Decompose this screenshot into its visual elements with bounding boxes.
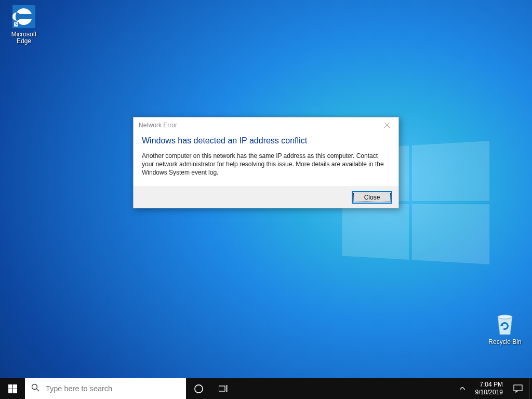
- cortana-icon: [194, 384, 204, 394]
- chevron-up-icon: [460, 387, 465, 390]
- task-view-icon: [219, 385, 228, 392]
- task-view-button[interactable]: [211, 378, 236, 399]
- tray-expand-button[interactable]: [454, 378, 471, 399]
- svg-point-9: [32, 384, 37, 390]
- search-icon: [31, 383, 39, 394]
- cortana-button[interactable]: [186, 378, 211, 399]
- desktop-icon-label: Microsoft Edge: [4, 31, 44, 45]
- notification-icon: [513, 384, 523, 393]
- taskbar-search[interactable]: Type here to search: [25, 378, 186, 399]
- dialog-body: Windows has detected an IP address confl…: [134, 133, 398, 187]
- dialog-titlebar[interactable]: Network Error: [134, 117, 398, 133]
- search-placeholder: Type here to search: [46, 384, 112, 393]
- svg-line-10: [37, 389, 39, 392]
- svg-rect-12: [219, 386, 225, 391]
- action-center-button[interactable]: [507, 378, 529, 399]
- dialog-heading: Windows has detected an IP address confl…: [142, 136, 390, 145]
- svg-rect-6: [13, 384, 17, 389]
- taskbar-clock[interactable]: 7:04 PM 9/10/2019: [471, 378, 507, 399]
- windows-logo-icon: [8, 384, 17, 393]
- clock-date: 9/10/2019: [475, 389, 503, 396]
- start-button[interactable]: [0, 378, 25, 399]
- recycle-bin-icon: [493, 312, 517, 337]
- close-button[interactable]: Close: [352, 191, 392, 204]
- desktop-icon-edge[interactable]: Microsoft Edge: [4, 4, 44, 45]
- svg-rect-15: [514, 385, 522, 391]
- svg-rect-7: [8, 389, 12, 393]
- svg-point-11: [194, 384, 202, 392]
- close-icon[interactable]: [375, 117, 398, 133]
- taskbar: Type here to search 7:04 PM 9/10/2019: [0, 378, 532, 399]
- dialog-title: Network Error: [139, 122, 177, 129]
- dialog-network-error: Network Error Windows has detected an IP…: [133, 117, 399, 208]
- clock-time: 7:04 PM: [475, 381, 503, 389]
- svg-rect-5: [8, 384, 12, 389]
- desktop-icon-label: Recycle Bin: [488, 339, 521, 345]
- edge-icon: [11, 4, 36, 29]
- svg-rect-8: [13, 389, 17, 393]
- show-desktop-button[interactable]: [529, 378, 532, 399]
- desktop-icon-recycle-bin[interactable]: Recycle Bin: [485, 312, 525, 345]
- dialog-message: Another computer on this network has the…: [142, 152, 390, 177]
- dialog-footer: Close: [134, 187, 398, 208]
- svg-point-3: [498, 315, 512, 319]
